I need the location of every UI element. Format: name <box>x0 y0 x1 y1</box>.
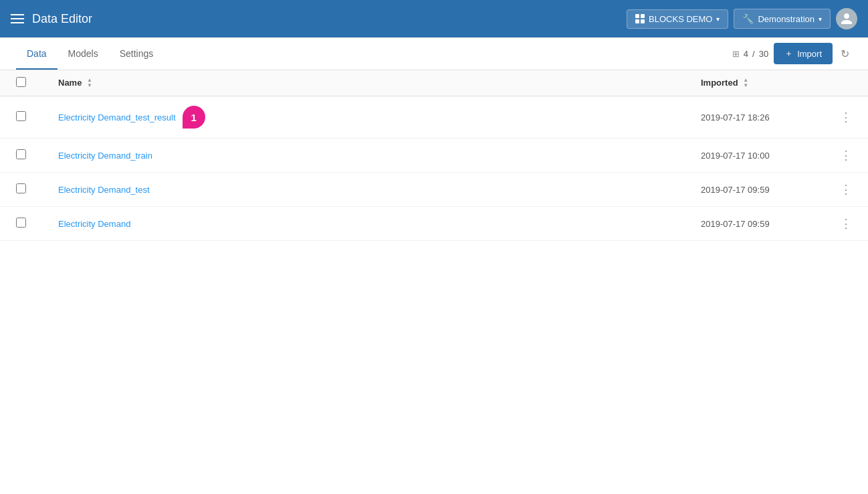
row-imported-cell: 2019-07-17 18:26 <box>685 96 819 139</box>
row-name-cell: Electricity Demand_test_result 1 <box>42 96 685 139</box>
row-imported-cell: 2019-07-17 09:59 <box>685 173 819 207</box>
data-count: ⊞ 4 / 30 <box>732 49 768 59</box>
wrench-icon: 🔧 <box>742 13 754 24</box>
blocks-demo-label: BLOCKS DEMO <box>649 14 712 24</box>
actions-column-header <box>819 70 868 96</box>
dataset-link[interactable]: Electricity Demand_test_result <box>58 112 176 122</box>
dataset-link[interactable]: Electricity Demand_train <box>58 151 152 161</box>
tab-data[interactable]: Data <box>16 39 58 70</box>
refresh-button[interactable]: ↻ <box>838 45 852 63</box>
user-avatar[interactable] <box>836 8 857 29</box>
select-all-header <box>0 70 42 96</box>
table-row: Electricity Demand 2019-07-17 09:59 ⋮ <box>0 207 868 241</box>
row-imported-cell: 2019-07-17 10:00 <box>685 139 819 173</box>
row-name-cell: Electricity Demand_test <box>42 173 685 207</box>
count-current: 4 <box>744 49 748 59</box>
tab-settings[interactable]: Settings <box>109 39 165 70</box>
data-table: Name ▲▼ Imported ▲▼ Electricity Demand_t… <box>0 70 868 241</box>
step-badge: 1 <box>183 106 205 129</box>
row-checkbox[interactable] <box>16 111 26 121</box>
sort-icon-imported: ▲▼ <box>743 78 748 88</box>
row-checkbox-cell <box>0 96 42 139</box>
table-row: Electricity Demand_test_result 1 2019-07… <box>0 96 868 139</box>
select-all-checkbox[interactable] <box>16 77 26 87</box>
row-more-button[interactable]: ⋮ <box>835 146 857 165</box>
demonstration-label: Demonstration <box>758 14 815 24</box>
main-content: Data Models Settings ⊞ 4 / 30 ＋ Import ↻ <box>0 37 868 494</box>
import-label: Import <box>797 49 822 59</box>
row-checkbox-cell <box>0 139 42 173</box>
dataset-link[interactable]: Electricity Demand_test <box>58 185 150 195</box>
refresh-icon: ↻ <box>841 48 849 60</box>
row-checkbox[interactable] <box>16 149 26 159</box>
table-icon: ⊞ <box>732 49 740 59</box>
tab-bar: Data Models Settings ⊞ 4 / 30 ＋ Import ↻ <box>0 37 868 70</box>
table-row: Electricity Demand_test 2019-07-17 09:59… <box>0 173 868 207</box>
row-more-button[interactable]: ⋮ <box>835 180 857 199</box>
import-button[interactable]: ＋ Import <box>774 43 833 64</box>
hamburger-menu-button[interactable] <box>11 14 24 23</box>
chevron-down-icon-2: ▾ <box>819 15 822 23</box>
row-checkbox-cell <box>0 173 42 207</box>
count-separator: / <box>752 49 755 59</box>
chevron-down-icon: ▾ <box>716 15 720 23</box>
app-header: Data Editor BLOCKS DEMO ▾ 🔧 Demonstratio… <box>0 0 868 37</box>
row-name-cell: Electricity Demand_train <box>42 139 685 173</box>
blocks-demo-button[interactable]: BLOCKS DEMO ▾ <box>627 9 728 29</box>
name-column-header[interactable]: Name ▲▼ <box>42 70 685 96</box>
row-actions-cell: ⋮ <box>819 139 868 173</box>
header-right: BLOCKS DEMO ▾ 🔧 Demonstration ▾ <box>627 8 857 29</box>
table-row: Electricity Demand_train 2019-07-17 10:0… <box>0 139 868 173</box>
row-imported-cell: 2019-07-17 09:59 <box>685 207 819 241</box>
app-title: Data Editor <box>32 12 92 26</box>
grid-icon <box>635 14 645 23</box>
count-total: 30 <box>759 49 768 59</box>
header-left: Data Editor <box>11 12 627 26</box>
row-actions-cell: ⋮ <box>819 96 868 139</box>
sort-icon: ▲▼ <box>87 78 92 88</box>
plus-icon: ＋ <box>784 48 793 60</box>
row-checkbox[interactable] <box>16 218 26 228</box>
tab-models[interactable]: Models <box>58 39 109 70</box>
row-checkbox-cell <box>0 207 42 241</box>
row-checkbox[interactable] <box>16 183 26 193</box>
row-actions-cell: ⋮ <box>819 173 868 207</box>
user-icon <box>840 12 853 25</box>
row-more-button[interactable]: ⋮ <box>835 108 857 127</box>
row-name-cell: Electricity Demand <box>42 207 685 241</box>
demonstration-button[interactable]: 🔧 Demonstration ▾ <box>734 9 831 29</box>
row-more-button[interactable]: ⋮ <box>835 214 857 233</box>
row-actions-cell: ⋮ <box>819 207 868 241</box>
dataset-link[interactable]: Electricity Demand <box>58 219 130 229</box>
imported-column-header[interactable]: Imported ▲▼ <box>685 70 819 96</box>
